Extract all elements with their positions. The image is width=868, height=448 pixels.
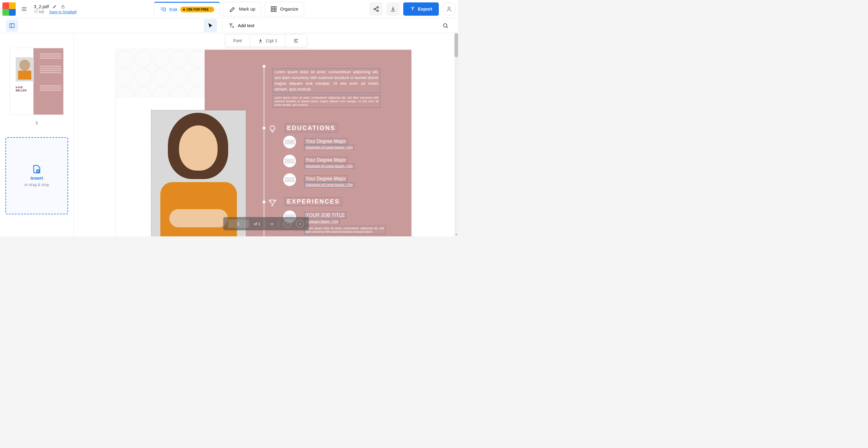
download-button[interactable] <box>386 2 400 16</box>
font-color-picker[interactable]: 11pt▲▼ <box>250 35 285 47</box>
svg-line-11 <box>375 7 377 8</box>
tab-organize[interactable]: Organize <box>265 2 304 16</box>
edu-sub-3[interactable]: University of Lorem Ipsum - City <box>304 182 354 187</box>
align-picker[interactable] <box>285 35 307 47</box>
app-logo[interactable] <box>2 2 16 16</box>
text-format-toolbar: Font 11pt▲▼ <box>225 34 307 47</box>
share-button[interactable] <box>370 2 383 16</box>
edu-year-2[interactable]: 2011 <box>283 155 296 167</box>
tab-edit-label: Edit <box>169 7 177 12</box>
svg-rect-6 <box>271 9 273 11</box>
edu-year-1[interactable]: 2008 <box>283 136 296 148</box>
font-size-stepper[interactable]: 11pt▲▼ <box>266 38 277 43</box>
menu-button[interactable] <box>18 3 30 15</box>
svg-line-17 <box>446 27 447 28</box>
section-educations[interactable]: EDUCATIONS <box>285 124 338 132</box>
job-sub[interactable]: Company Name - City <box>304 219 340 224</box>
thumb-page-number: 1 <box>36 121 38 125</box>
page-total-label: of 1 <box>254 221 260 226</box>
svg-point-10 <box>377 10 378 11</box>
add-text-button[interactable]: Add text <box>228 22 254 29</box>
save-link[interactable]: Save to Smallpdf <box>49 10 76 14</box>
document-canvas[interactable]: Font 11pt▲▼ Lorem ipsum dolor sit ame <box>74 33 458 236</box>
svg-point-9 <box>374 8 375 10</box>
page-1[interactable]: Lorem ipsum dolor sit amet, consectetuer… <box>116 50 411 236</box>
svg-point-8 <box>377 6 378 8</box>
job-body[interactable]: Lorem ipsum dolor sit amet, consectetuer… <box>304 226 385 234</box>
page-navigator: of 1 ⇔ − + <box>223 217 309 230</box>
account-button[interactable] <box>442 2 456 16</box>
section-experiences[interactable]: EXPERIENCES <box>285 197 342 206</box>
edu-title-1[interactable]: Your Degree Major <box>304 138 347 145</box>
export-button[interactable]: Export <box>403 2 439 16</box>
intro-paragraph-1[interactable]: Lorem ipsum dolor sit amet, consectetuer… <box>273 68 380 93</box>
edit-filename-icon[interactable] <box>52 4 57 9</box>
trophy-icon <box>268 198 277 207</box>
svg-point-13 <box>448 7 450 9</box>
lightbulb-icon <box>268 124 277 133</box>
insert-label: Insert <box>31 176 43 181</box>
svg-line-12 <box>375 9 377 10</box>
svg-rect-3 <box>62 6 64 8</box>
toggle-sidebar-button[interactable] <box>6 20 18 32</box>
zoom-out-button[interactable]: − <box>284 220 291 228</box>
search-button[interactable] <box>439 19 452 32</box>
edu-year-3[interactable]: 2015 <box>283 173 296 186</box>
font-picker[interactable]: Font <box>225 35 250 47</box>
vertical-scrollbar[interactable]: ▼ <box>455 33 458 236</box>
select-tool[interactable] <box>204 19 217 32</box>
intro-paragraph-2[interactable]: Lorem ipsum dolor sit amet, consectetuer… <box>273 95 380 108</box>
thumbnail-sidebar: KATEBELLER 1 Insert or drag & drop <box>0 33 74 236</box>
zoom-in-button[interactable]: + <box>296 220 304 228</box>
divider <box>222 21 223 30</box>
tab-markup[interactable]: Mark up <box>224 2 261 16</box>
export-label: Export <box>418 6 432 11</box>
page-number-input[interactable] <box>228 219 249 228</box>
free-badge: ★USE FOR FREE T <box>180 7 214 12</box>
svg-rect-14 <box>10 24 14 27</box>
add-text-label: Add text <box>238 23 254 28</box>
insert-sublabel: or drag & drop <box>24 182 49 187</box>
file-meta: 77 MB · Save to Smallpdf <box>34 10 76 14</box>
lock-icon[interactable] <box>60 4 66 9</box>
page-thumbnail-1[interactable]: KATEBELLER <box>10 48 63 115</box>
svg-rect-7 <box>274 9 276 11</box>
thumb-name: KATEBELLER <box>16 86 27 92</box>
tab-organize-label: Organize <box>280 6 299 11</box>
edu-title-3[interactable]: Your Degree Major <box>304 176 347 182</box>
insert-page-button[interactable]: Insert or drag & drop <box>5 137 68 214</box>
svg-rect-4 <box>271 6 273 8</box>
tab-edit[interactable]: Edit ★USE FOR FREE T <box>154 2 220 16</box>
job-title[interactable]: YOUR JOB TITLE <box>304 212 346 218</box>
edu-sub-1[interactable]: University of Lorem Ipsum - City <box>304 145 354 150</box>
edu-title-2[interactable]: Your Degree Major <box>304 157 347 163</box>
file-name: 3_2.pdf <box>34 4 49 9</box>
tab-markup-label: Mark up <box>239 6 255 11</box>
svg-rect-5 <box>274 6 276 8</box>
svg-point-16 <box>443 24 447 27</box>
fit-width-button[interactable]: ⇔ <box>270 221 274 226</box>
edu-sub-2[interactable]: University of Lorem Ipsum - City <box>304 164 354 169</box>
